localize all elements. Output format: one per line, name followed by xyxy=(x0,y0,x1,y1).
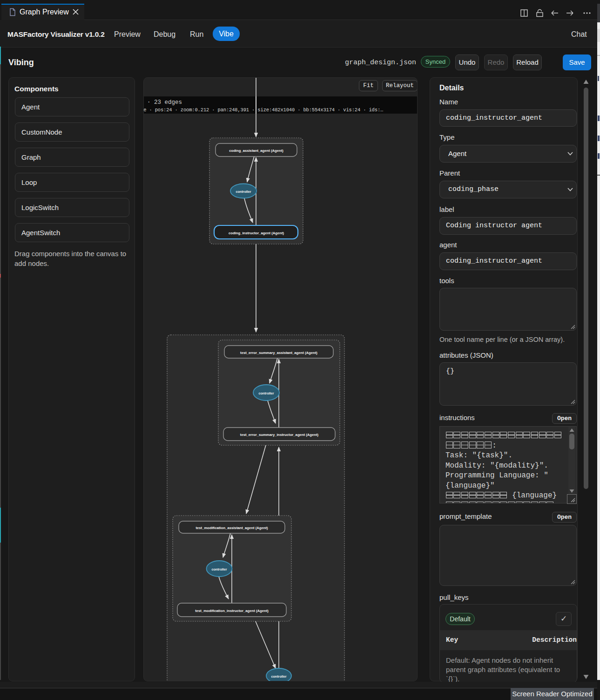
svg-text:coding_assistant_agent (Agent): coding_assistant_agent (Agent) xyxy=(229,149,283,153)
svg-text:test_modification_instructor_a: test_modification_instructor_agent (Agen… xyxy=(195,609,269,613)
svg-text:test_modification_assistant_ag: test_modification_assistant_agent (Agent… xyxy=(196,526,268,530)
svg-text:controller: controller xyxy=(258,391,274,395)
svg-text:test_error_summary_instructor_: test_error_summary_instructor_agent (Age… xyxy=(240,433,319,437)
svg-text:coding_instructor_agent (Agent: coding_instructor_agent (Agent) xyxy=(229,231,284,235)
svg-text:controller: controller xyxy=(236,190,251,194)
svg-text:controller: controller xyxy=(271,674,286,679)
svg-text:controller: controller xyxy=(211,567,227,571)
svg-text:test_error_summary_assistant_a: test_error_summary_assistant_agent (Agen… xyxy=(240,351,317,355)
